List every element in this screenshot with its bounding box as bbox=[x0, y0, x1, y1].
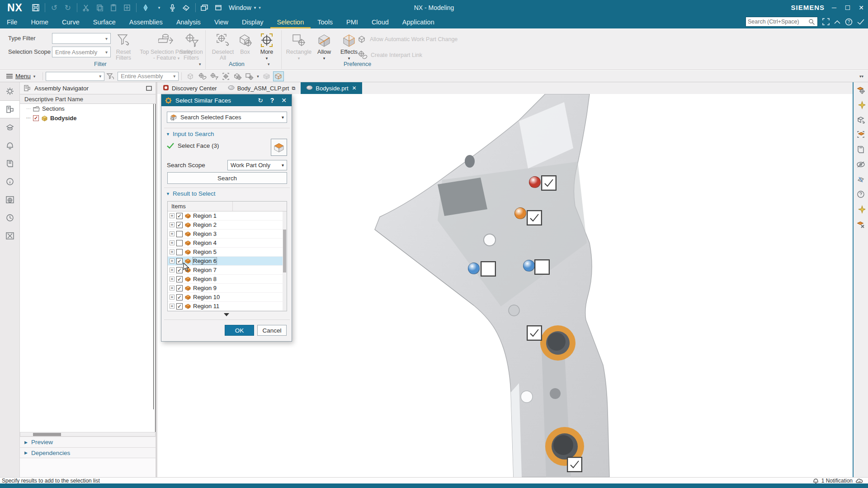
delete-face-icon[interactable] bbox=[854, 216, 868, 231]
bracket-snap-icon[interactable] bbox=[220, 71, 231, 81]
search-button[interactable]: Search bbox=[167, 172, 287, 184]
region-row-region-3[interactable]: +Region 3 bbox=[168, 230, 287, 239]
region-checkbox[interactable]: ✓ bbox=[176, 294, 183, 300]
expand-plus-icon[interactable]: + bbox=[170, 286, 175, 291]
section-face-icon[interactable] bbox=[854, 172, 868, 187]
menu-tab-assemblies[interactable]: Assemblies bbox=[123, 15, 170, 28]
expand-plus-icon[interactable]: + bbox=[170, 231, 175, 236]
selection-scope-combo[interactable]: Entire Assembly▾ bbox=[52, 47, 111, 57]
ok-button[interactable]: OK bbox=[225, 325, 254, 336]
viewport-checkbox-checked[interactable] bbox=[567, 457, 582, 472]
search-icon[interactable] bbox=[808, 19, 815, 25]
menu-tab-cloud[interactable]: Cloud bbox=[365, 15, 396, 28]
result-to-select-section[interactable]: ▼ Result to Select bbox=[166, 190, 215, 197]
create-link-icon[interactable] bbox=[197, 71, 208, 81]
expand-plus-icon[interactable]: + bbox=[170, 258, 175, 263]
help-circle-icon[interactable] bbox=[854, 187, 868, 202]
filter-combo[interactable]: ▾ bbox=[46, 72, 104, 81]
face-group-ball-marker[interactable] bbox=[514, 207, 526, 219]
snap-overflow-caret[interactable]: ▾ bbox=[257, 74, 259, 79]
quick-access-star-icon[interactable] bbox=[854, 97, 868, 112]
region-row-region-4[interactable]: +Region 4 bbox=[168, 239, 287, 248]
cancel-button[interactable]: Cancel bbox=[257, 325, 287, 336]
info-icon[interactable] bbox=[0, 173, 20, 191]
rect-snap-icon[interactable] bbox=[244, 71, 255, 81]
menu-tab-tools[interactable]: Tools bbox=[311, 15, 340, 28]
cloud-sync-icon[interactable] bbox=[855, 478, 863, 483]
search-input[interactable] bbox=[748, 19, 808, 25]
assembly-navigator-icon[interactable] bbox=[0, 100, 20, 118]
region-checkbox[interactable] bbox=[176, 240, 183, 246]
select-similar-face-icon[interactable] bbox=[854, 82, 868, 97]
scope-combo[interactable]: Entire Assembly▾ bbox=[118, 72, 179, 81]
dialog-close-icon[interactable]: ✕ bbox=[280, 97, 288, 104]
preview-section[interactable]: ▶ Preview bbox=[20, 436, 156, 447]
expand-plus-icon[interactable]: + bbox=[170, 240, 175, 245]
doc-tab-bodyside-prt[interactable]: Bodyside.prt✕ bbox=[301, 82, 362, 94]
region-row-region-5[interactable]: +Region 5 bbox=[168, 248, 287, 257]
menu-tab-surface[interactable]: Surface bbox=[86, 15, 123, 28]
region-checkbox[interactable]: ✓ bbox=[176, 276, 183, 282]
result-items-table[interactable]: Items +✓Region 1+✓Region 2+Region 3+Regi… bbox=[167, 201, 287, 311]
menu-tab-analysis[interactable]: Analysis bbox=[170, 15, 208, 28]
command-finder-caret-icon[interactable]: ▾ bbox=[153, 2, 165, 13]
doc-tab-discovery-center[interactable]: Discovery Center bbox=[157, 82, 222, 94]
search-type-combo[interactable]: Search Selected Faces ▾ bbox=[167, 112, 287, 123]
filter-group-dialog-icon[interactable]: ▾ bbox=[199, 62, 201, 66]
navigator-column-header[interactable]: Descriptive Part Name bbox=[20, 94, 156, 104]
region-checkbox[interactable]: ✓ bbox=[176, 303, 183, 310]
save-icon[interactable] bbox=[30, 2, 42, 13]
menu-tab-curve[interactable]: Curve bbox=[55, 15, 86, 28]
face-group-ball-marker[interactable] bbox=[468, 263, 480, 274]
history-clock-icon[interactable] bbox=[0, 209, 20, 227]
menu-tab-home[interactable]: Home bbox=[24, 15, 55, 28]
more-selection-button[interactable]: More▾ bbox=[257, 31, 277, 61]
maximize-button[interactable]: ☐ bbox=[841, 0, 854, 15]
tree-row-bodyside[interactable]: ··· ✓ Bodyside bbox=[20, 113, 155, 123]
navigator-horizontal-scrollbar[interactable] bbox=[20, 432, 156, 436]
viewport-checkbox-empty[interactable] bbox=[481, 261, 496, 277]
close-tab-icon[interactable]: ✕ bbox=[352, 85, 357, 91]
panel-window-icon[interactable] bbox=[146, 86, 152, 91]
region-checkbox[interactable]: ✓ bbox=[176, 285, 183, 291]
select-similar-faces-dialog[interactable]: Select Similar Faces ↻ ? ✕ Search Select… bbox=[161, 94, 292, 342]
snap-filter-icon[interactable] bbox=[208, 71, 219, 81]
face-group-ball-marker[interactable] bbox=[523, 260, 535, 272]
undo-face-icon[interactable] bbox=[854, 112, 868, 127]
help-icon[interactable]: ? bbox=[845, 18, 853, 26]
face-selection-box-icon[interactable] bbox=[854, 127, 868, 142]
allow-selection-button[interactable]: Allow▾ bbox=[313, 31, 335, 61]
expand-plus-icon[interactable]: + bbox=[170, 277, 175, 282]
touch-gesture-icon[interactable] bbox=[180, 2, 192, 13]
toolbar-overflow-icon[interactable]: ▾ bbox=[259, 5, 261, 10]
viewport-checkbox-checked[interactable] bbox=[527, 325, 542, 341]
expand-plus-icon[interactable]: + bbox=[170, 295, 175, 300]
minimize-button[interactable]: ─ bbox=[827, 0, 841, 15]
type-filter-combo[interactable]: ▾ bbox=[52, 33, 111, 44]
menu-tab-application[interactable]: Application bbox=[396, 15, 441, 28]
list-expander-icon[interactable] bbox=[224, 313, 229, 316]
reference-book-icon[interactable] bbox=[854, 142, 868, 157]
region-row-region-8[interactable]: +✓Region 8 bbox=[168, 275, 287, 284]
close-button[interactable]: ✕ bbox=[854, 0, 868, 15]
menu-tab-file[interactable]: File bbox=[0, 15, 24, 28]
region-checkbox[interactable]: ✓ bbox=[176, 258, 183, 264]
restore-window-icon[interactable] bbox=[212, 2, 224, 13]
notification-label[interactable]: 1 Notification bbox=[821, 478, 853, 484]
region-checkbox[interactable]: ✓ bbox=[176, 222, 183, 228]
menu-tab-view[interactable]: View bbox=[208, 15, 235, 28]
dialog-reset-icon[interactable]: ↻ bbox=[256, 97, 264, 104]
settings-gear-icon[interactable] bbox=[0, 82, 20, 100]
region-row-region-10[interactable]: +✓Region 10 bbox=[168, 293, 287, 302]
region-row-region-12[interactable]: +✓Region 12 bbox=[168, 311, 287, 311]
menu-tab-display[interactable]: Display bbox=[235, 15, 270, 28]
region-checkbox[interactable]: ✓ bbox=[176, 213, 183, 219]
face-group-ball-marker[interactable] bbox=[529, 176, 541, 188]
star-tool-icon[interactable] bbox=[854, 202, 868, 216]
menu-tab-selection[interactable]: Selection bbox=[270, 15, 311, 28]
region-checkbox[interactable] bbox=[176, 249, 183, 255]
input-to-search-section[interactable]: ▼ Input to Search bbox=[166, 131, 214, 137]
notification-bell-icon[interactable] bbox=[813, 478, 819, 484]
menu-button[interactable]: Menu ▾ bbox=[0, 73, 40, 80]
toolbox-icon[interactable] bbox=[0, 227, 20, 245]
